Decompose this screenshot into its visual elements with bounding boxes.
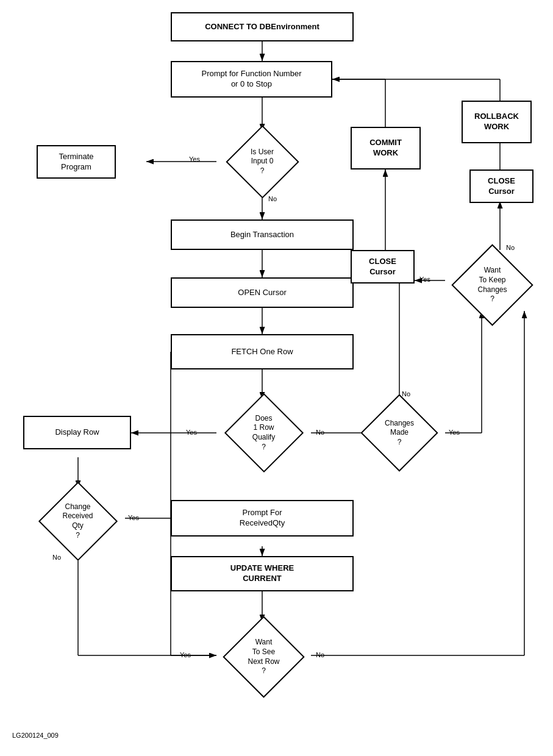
no-label-keep-changes: No bbox=[506, 244, 515, 251]
close-cursor-right-box: CLOSECursor bbox=[469, 169, 533, 203]
no-label-input-zero: No bbox=[268, 195, 277, 202]
yes-label-keep-changes: Yes bbox=[419, 276, 430, 283]
no-label-next-row: No bbox=[316, 651, 324, 658]
no-label-change-qty: No bbox=[52, 554, 61, 561]
fetch-row-box: FETCH One Row bbox=[171, 334, 354, 369]
terminate-box: TerminateProgram bbox=[37, 145, 116, 179]
want-keep-changes-diamond: WantTo KeepChanges? bbox=[445, 250, 540, 320]
yes-label-row-qualify: Yes bbox=[186, 429, 197, 436]
flowchart-diagram: CONNECT TO DBEnvironment Prompt for Func… bbox=[0, 0, 553, 744]
caption: LG200124_009 bbox=[12, 732, 59, 739]
no-label-row-qualify: No bbox=[316, 429, 324, 436]
changes-made-diamond: ChangesMade? bbox=[354, 399, 445, 466]
no-label-changes-made: No bbox=[402, 390, 410, 398]
open-cursor-box: OPEN Cursor bbox=[171, 277, 354, 308]
prompt-fn-box: Prompt for Function Numberor 0 to Stop bbox=[171, 61, 332, 98]
display-row-box: Display Row bbox=[23, 416, 131, 449]
prompt-qty-box: Prompt ForReceivedQty bbox=[171, 500, 354, 537]
close-cursor-left-box: CLOSECursor bbox=[351, 250, 415, 284]
yes-label-input-zero: Yes bbox=[189, 155, 200, 163]
commit-work-box: COMMITWORK bbox=[351, 127, 421, 169]
want-next-row-diamond: WantTo SeeNext Row? bbox=[216, 622, 311, 692]
yes-label-next-row: Yes bbox=[180, 651, 191, 658]
is-input-zero-diamond: Is UserInput 0? bbox=[216, 131, 308, 192]
yes-label-changes-made: Yes bbox=[449, 429, 460, 436]
update-where-box: UPDATE WHERECURRENT bbox=[171, 556, 354, 591]
rollback-work-box: ROLLBACKWORK bbox=[462, 101, 532, 143]
connect-box: CONNECT TO DBEnvironment bbox=[171, 12, 354, 41]
does-row-qualify-diamond: Does1 RowQualify? bbox=[216, 399, 311, 466]
begin-tx-box: Begin Transaction bbox=[171, 219, 354, 250]
yes-label-change-qty: Yes bbox=[128, 514, 139, 521]
change-received-qty-diamond: ChangeReceivedQty? bbox=[30, 488, 125, 555]
